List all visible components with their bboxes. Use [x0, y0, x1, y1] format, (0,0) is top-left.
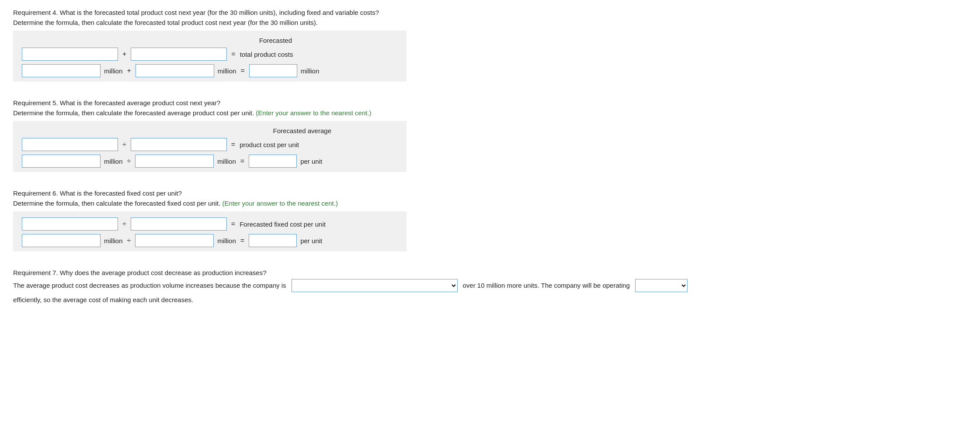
req5-forecasted-average-label: Forecasted average — [244, 127, 331, 134]
req4-subtext: Determine the formula, then calculate th… — [13, 19, 967, 26]
req6-formula-row2: million ÷ million = per unit — [22, 234, 398, 247]
req4-total-product-costs: total product costs — [240, 51, 341, 58]
req5-input4[interactable] — [135, 155, 214, 168]
req5-heading-bold: Requirement 5. — [13, 99, 58, 107]
req6-op2: ÷ — [123, 237, 136, 245]
req5-suffix2: million — [214, 158, 236, 165]
req5-suffix1: million — [101, 158, 123, 165]
req4-formula-row1: + = total product costs — [22, 48, 398, 61]
req4-heading: Requirement 4. What is the forecasted to… — [13, 9, 967, 16]
req7-answer-line: The average product cost decreases as pr… — [13, 279, 967, 292]
req5-label-row: Forecasted average — [22, 127, 398, 134]
req4-label-row: Forecasted — [22, 37, 398, 44]
req5-green-text: (Enter your answer to the nearest cent.) — [256, 109, 371, 117]
req5-input2[interactable] — [131, 138, 227, 151]
req4-input4[interactable] — [136, 64, 214, 77]
req6-suffix1: million — [101, 237, 123, 245]
req6-op1: ÷ — [118, 220, 131, 228]
req7-line1-before: The average product cost decreases as pr… — [13, 280, 286, 291]
req6-subtext-text: Determine the formula, then calculate th… — [13, 200, 220, 207]
req5-op2: ÷ — [123, 157, 136, 165]
req5-formula-table: Forecasted average ÷ = product cost per … — [13, 121, 407, 172]
requirement-5: Requirement 5. What is the forecasted av… — [13, 99, 967, 180]
req4-op1: + — [118, 50, 131, 58]
req4-heading-text: What is the forecasted total product cos… — [60, 9, 379, 16]
req5-formula-row2: million ÷ million = per unit — [22, 155, 398, 168]
req7-line2: efficiently, so the average cost of maki… — [13, 295, 967, 305]
req5-product-cost-per-unit: product cost per unit — [240, 141, 340, 148]
requirement-7: Requirement 7. Why does the average prod… — [13, 269, 967, 305]
req7-dropdown1[interactable]: spreading fixed costs increasing variabl… — [292, 279, 458, 292]
req4-input5[interactable] — [249, 64, 297, 77]
req6-heading: Requirement 6. What is the forecasted fi… — [13, 189, 967, 197]
req6-input4[interactable] — [135, 234, 214, 247]
req5-eq1: = — [227, 141, 240, 148]
req6-heading-bold: Requirement 6. — [13, 189, 58, 197]
req7-heading-bold: Requirement 7. — [13, 269, 58, 276]
req6-eq2: = — [236, 237, 249, 245]
req4-suffix1: million — [101, 67, 123, 75]
req5-subtext-text: Determine the formula, then calculate th… — [13, 109, 254, 117]
req4-suffix2: million — [214, 67, 236, 75]
req5-input5[interactable] — [249, 155, 297, 168]
req6-forecasted-fixed-label: Forecasted fixed cost per unit — [240, 220, 340, 228]
req4-eq1: = — [227, 50, 240, 58]
req6-suffix2: million — [214, 237, 236, 245]
req4-input1[interactable] — [22, 48, 118, 61]
req6-input3[interactable] — [22, 234, 101, 247]
req5-input1[interactable] — [22, 138, 118, 151]
req5-input3[interactable] — [22, 155, 101, 168]
req6-formula-table: ÷ = Forecasted fixed cost per unit milli… — [13, 211, 407, 251]
req4-eq2: = — [236, 67, 249, 75]
req6-input5[interactable] — [249, 234, 297, 247]
req6-formula-row1: ÷ = Forecasted fixed cost per unit — [22, 217, 398, 231]
req4-input3[interactable] — [22, 64, 101, 77]
req4-heading-bold: Requirement 4. — [13, 9, 58, 16]
req6-green-text: (Enter your answer to the nearest cent.) — [222, 200, 338, 207]
req6-subtext: Determine the formula, then calculate th… — [13, 200, 967, 207]
req6-eq1: = — [227, 220, 240, 228]
req7-heading: Requirement 7. Why does the average prod… — [13, 269, 967, 276]
requirement-6: Requirement 6. What is the forecasted fi… — [13, 189, 967, 259]
req5-subtext: Determine the formula, then calculate th… — [13, 109, 967, 117]
req6-input2[interactable] — [131, 217, 227, 231]
req4-input2[interactable] — [131, 48, 227, 61]
req7-dropdown2[interactable]: more less — [635, 279, 688, 292]
req6-suffix3: per unit — [297, 237, 322, 245]
req7-heading-text: Why does the average product cost decrea… — [60, 269, 267, 276]
req5-formula-row1: ÷ = product cost per unit — [22, 138, 398, 151]
req4-op2: + — [123, 67, 136, 75]
req4-formula-table: Forecasted + = total product costs milli… — [13, 31, 407, 82]
req5-suffix3: per unit — [297, 158, 322, 165]
req4-formula-row2: million + million = million — [22, 64, 398, 77]
req4-forecasted-label: Forecasted — [244, 37, 292, 44]
req4-suffix3: million — [297, 67, 320, 75]
req7-line1-after: over 10 million more units. The company … — [463, 280, 630, 291]
req5-heading: Requirement 5. What is the forecasted av… — [13, 99, 967, 107]
req6-input1[interactable] — [22, 217, 118, 231]
req6-heading-text: What is the forecasted fixed cost per un… — [60, 189, 182, 197]
requirement-4: Requirement 4. What is the forecasted to… — [13, 9, 967, 90]
req5-eq2: = — [236, 157, 249, 165]
req5-op1: ÷ — [118, 141, 131, 148]
req5-heading-text: What is the forecasted average product c… — [60, 99, 221, 107]
